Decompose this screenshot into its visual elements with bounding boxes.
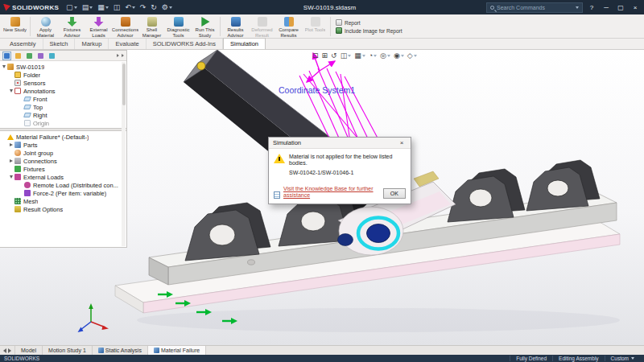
- panel-expand-icon[interactable]: [117, 54, 119, 57]
- previous-view-icon[interactable]: ↺: [331, 51, 337, 60]
- tree-item-top[interactable]: Top: [0, 103, 126, 111]
- tree-item-annotations[interactable]: Annotations: [0, 87, 126, 95]
- tab-assembly[interactable]: Assembly: [3, 39, 43, 49]
- tab-evaluate[interactable]: Evaluate: [109, 39, 146, 49]
- tab-sketch[interactable]: Sketch: [43, 39, 76, 49]
- minimize-button[interactable]: ─: [601, 4, 612, 11]
- expander-icon[interactable]: [10, 175, 13, 179]
- tree-item-folder[interactable]: Folder: [0, 71, 126, 79]
- connections-advisor-button[interactable]: Connections Advisor: [112, 15, 138, 38]
- hide-show-items-icon[interactable]: ◎: [380, 51, 390, 60]
- help-button[interactable]: ?: [586, 4, 597, 11]
- feature-manager-tab[interactable]: [2, 51, 11, 60]
- open-icon[interactable]: ▤: [81, 4, 94, 11]
- display-manager-tab[interactable]: [47, 51, 56, 60]
- tree-item-fixtures[interactable]: Fixtures: [0, 165, 126, 173]
- mounting-lug-1[interactable]: [185, 203, 270, 261]
- new-document-icon[interactable]: ▢: [65, 4, 78, 11]
- search-icon: [490, 6, 494, 10]
- panel-scrollbar[interactable]: [122, 62, 126, 246]
- view-settings-icon[interactable]: ◇: [407, 51, 417, 60]
- tree-item-remote-load[interactable]: Remote Load (Distributed con...: [0, 181, 126, 189]
- new-study-icon: [10, 17, 20, 27]
- apply-material-button[interactable]: Apply Material: [32, 15, 59, 38]
- view-orientation-icon[interactable]: ▦: [354, 51, 365, 60]
- expander-icon[interactable]: [10, 159, 13, 162]
- deformed-result-icon: [258, 17, 267, 27]
- dimxpert-manager-tab[interactable]: [36, 51, 45, 60]
- redo-icon[interactable]: ↷: [139, 4, 147, 11]
- tree-item-external-loads[interactable]: External Loads: [0, 173, 126, 181]
- dropdown-caret-icon: [105, 6, 109, 9]
- lug-hole: [209, 224, 235, 245]
- run-this-study-button[interactable]: Run This Study: [192, 15, 218, 38]
- undo-icon[interactable]: ↶: [124, 4, 136, 11]
- ok-button[interactable]: OK: [383, 188, 406, 199]
- tab-markup[interactable]: Markup: [75, 39, 109, 49]
- expander-icon[interactable]: [10, 89, 13, 93]
- dialog-close-button[interactable]: ×: [397, 139, 407, 146]
- display-style-icon[interactable]: ◔: [369, 51, 377, 60]
- titlebar: SOLIDWORKS ▢ ▤ ▦ ◫ ↶ ↷ ↻ ⚙ SW-01019.slda…: [0, 0, 644, 14]
- scrollbar-thumb[interactable]: [122, 64, 126, 105]
- tab-motion-study-1[interactable]: Motion Study 1: [43, 346, 93, 355]
- tree-item-material-failure-study[interactable]: Material Failure* (-Default-): [0, 133, 126, 141]
- compare-results-button[interactable]: Compare Results: [275, 15, 302, 38]
- tree-item-sensors[interactable]: Sensors: [0, 79, 126, 87]
- command-manager-tabs: Assembly Sketch Markup Evaluate SOLIDWOR…: [0, 39, 644, 50]
- coordinate-system-label[interactable]: Coordinate System1: [279, 85, 355, 95]
- results-advisor-button[interactable]: Results Advisor: [222, 15, 249, 38]
- report-button[interactable]: Report: [336, 19, 402, 26]
- new-study-button[interactable]: New Study: [2, 15, 28, 38]
- lug-hole: [469, 189, 492, 207]
- panel-expand-icon[interactable]: [122, 54, 124, 57]
- search-commands-box[interactable]: [486, 2, 583, 13]
- tab-solidworks-add-ins[interactable]: SOLIDWORKS Add-Ins: [147, 39, 223, 49]
- tree-item-sw-01019[interactable]: SW-01019: [0, 63, 126, 71]
- tab-scroll-right-icon[interactable]: [8, 348, 11, 353]
- configuration-manager-tab[interactable]: [25, 51, 34, 60]
- fixtures-icon: [14, 166, 21, 172]
- options-icon[interactable]: ⚙: [161, 4, 173, 11]
- diagnostic-tools-button[interactable]: Diagnostic Tools: [165, 15, 192, 38]
- tab-material-failure[interactable]: Material Failure: [148, 346, 206, 355]
- bolt-hole-selected[interactable]: [367, 224, 390, 243]
- tab-model[interactable]: Model: [15, 346, 43, 355]
- close-button[interactable]: ×: [630, 4, 641, 11]
- dialog-titlebar[interactable]: Simulation ×: [269, 138, 411, 149]
- tree-item-mesh[interactable]: Mesh: [0, 197, 126, 205]
- tree-item-front[interactable]: Front: [0, 95, 126, 103]
- knowledge-base-link[interactable]: Visit the Knowledge Base for further ass…: [283, 186, 380, 199]
- zoom-fit-icon[interactable]: ⊡: [312, 51, 319, 60]
- tree-item-force-2[interactable]: Force-2 (Per item: variable): [0, 189, 126, 197]
- rebuild-icon[interactable]: ↻: [150, 4, 158, 11]
- tree-item-connections[interactable]: Connections: [0, 157, 126, 165]
- tree-item-joint-group[interactable]: Joint group: [0, 149, 126, 157]
- external-loads-advisor-button[interactable]: External Loads Advisor: [85, 15, 112, 38]
- save-icon[interactable]: ▦: [97, 4, 109, 11]
- tab-scroll-left-icon[interactable]: [3, 348, 6, 353]
- apply-material-icon: [41, 17, 51, 27]
- section-view-icon[interactable]: ◫: [341, 51, 352, 60]
- zoom-area-icon[interactable]: ⊞: [322, 51, 328, 60]
- expander-icon[interactable]: [2, 65, 6, 68]
- include-image-for-report-button[interactable]: Include Image for Report: [336, 27, 402, 34]
- print-icon[interactable]: ◫: [113, 4, 122, 11]
- tree-item-parts[interactable]: Parts: [0, 141, 126, 149]
- maximize-button[interactable]: ▢: [615, 4, 626, 11]
- expander-icon[interactable]: [10, 143, 13, 146]
- tree-item-origin[interactable]: Origin: [0, 119, 126, 127]
- search-input[interactable]: [497, 5, 573, 10]
- status-config-custom[interactable]: Custom: [605, 356, 640, 361]
- property-manager-tab[interactable]: [14, 51, 23, 60]
- tree-item-result-options[interactable]: Result Options: [0, 205, 126, 213]
- edit-appearance-icon[interactable]: ◉: [394, 51, 404, 60]
- tree-item-right[interactable]: Right: [0, 111, 126, 119]
- tab-simulation[interactable]: Simulation: [223, 38, 266, 49]
- document-title: SW-01019.sldasm: [173, 4, 486, 11]
- tab-static-analysis[interactable]: Static Analysis: [93, 346, 148, 355]
- fixtures-advisor-button[interactable]: Fixtures Advisor: [59, 15, 85, 38]
- shell-manager-button[interactable]: Shell Manager: [138, 15, 165, 38]
- joint-group-icon: [14, 150, 21, 156]
- graphics-area[interactable]: Coordinate System1 ⊡ ⊞ ↺ ◫ ▦ ◔ ◎ ◉ ◇: [0, 50, 644, 345]
